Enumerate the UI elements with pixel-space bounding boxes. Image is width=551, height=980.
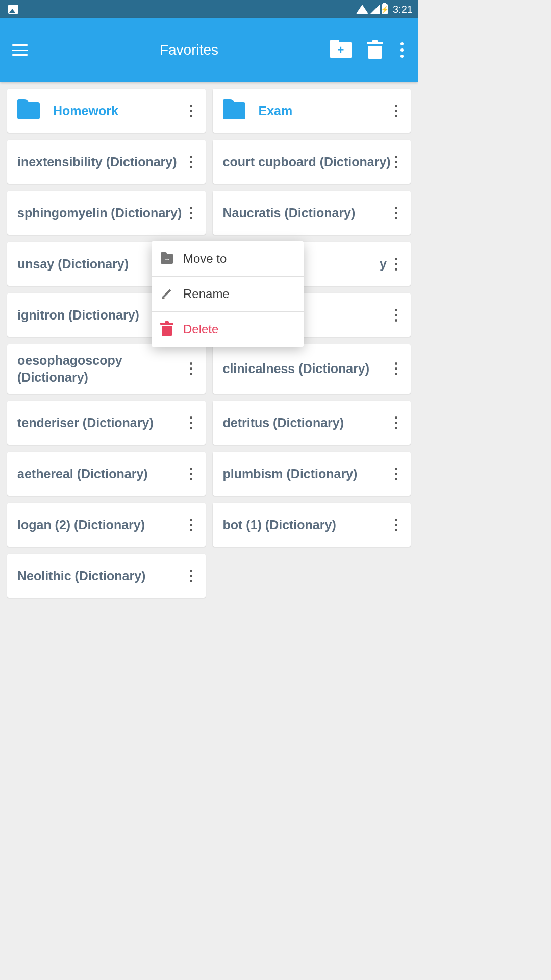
popup-delete[interactable]: Delete xyxy=(152,312,304,347)
item-title: Naucratis (Dictionary) xyxy=(223,205,392,222)
card-menu-icon[interactable] xyxy=(187,153,195,172)
card-menu-icon[interactable] xyxy=(187,102,195,120)
picture-icon xyxy=(8,5,18,14)
item-title: sphingomyelin (Dictionary) xyxy=(17,205,187,222)
trash-red-icon xyxy=(161,323,173,335)
item-title: court cupboard (Dictionary) xyxy=(223,154,392,170)
list-item[interactable]: bot (1) (Dictionary) xyxy=(213,503,411,547)
status-bar: ⚡ 3:21 xyxy=(0,0,418,18)
item-title: tenderiser (Dictionary) xyxy=(17,414,187,431)
context-popup: Move to Rename Delete xyxy=(152,241,304,347)
item-title: inextensibility (Dictionary) xyxy=(17,154,187,170)
list-item[interactable]: aethereal (Dictionary) xyxy=(7,452,206,496)
battery-charging-icon: ⚡ xyxy=(382,4,388,14)
card-menu-icon[interactable] xyxy=(187,567,195,585)
popup-rename[interactable]: Rename xyxy=(152,277,304,312)
status-right: ⚡ 3:21 xyxy=(356,4,413,15)
app-bar-actions xyxy=(330,40,406,60)
list-item[interactable]: oesophagoscopy (Dictionary) xyxy=(7,344,206,394)
item-title: logan (2) (Dictionary) xyxy=(17,517,187,533)
card-menu-icon[interactable] xyxy=(187,204,195,223)
card-menu-icon[interactable] xyxy=(392,413,400,432)
folder-title: Homework xyxy=(53,103,187,119)
signal-icon xyxy=(370,5,380,14)
new-folder-icon[interactable] xyxy=(330,42,352,58)
card-menu-icon[interactable] xyxy=(187,464,195,483)
popup-move-label: Move to xyxy=(183,252,227,266)
list-item[interactable]: plumbism (Dictionary) xyxy=(213,452,411,496)
more-icon[interactable] xyxy=(398,40,406,60)
item-title: plumbism (Dictionary) xyxy=(223,465,392,482)
list-item[interactable]: logan (2) (Dictionary) xyxy=(7,503,206,547)
folder-title: Exam xyxy=(259,103,392,119)
item-title: detritus (Dictionary) xyxy=(223,414,392,431)
popup-move-to[interactable]: Move to xyxy=(152,241,304,277)
app-bar: Favorites xyxy=(0,18,418,82)
card-menu-icon[interactable] xyxy=(392,102,400,120)
status-left xyxy=(5,5,356,14)
app-title: Favorites xyxy=(48,42,330,58)
card-menu-icon[interactable] xyxy=(392,359,400,378)
item-title: aethereal (Dictionary) xyxy=(17,465,187,482)
list-item[interactable]: Naucratis (Dictionary) xyxy=(213,191,411,235)
card-menu-icon[interactable] xyxy=(392,516,400,534)
card-menu-icon[interactable] xyxy=(187,516,195,534)
wifi-icon xyxy=(356,5,368,14)
card-menu-icon[interactable] xyxy=(392,306,400,325)
item-title: bot (1) (Dictionary) xyxy=(223,517,392,533)
folder-icon xyxy=(223,102,245,119)
folder-card[interactable]: Exam xyxy=(213,89,411,133)
card-menu-icon[interactable] xyxy=(392,464,400,483)
popup-delete-label: Delete xyxy=(183,322,218,336)
pencil-icon xyxy=(161,288,173,300)
list-item[interactable]: Neolithic (Dictionary) xyxy=(7,554,206,598)
list-item[interactable]: detritus (Dictionary) xyxy=(213,401,411,445)
card-menu-icon[interactable] xyxy=(392,255,400,274)
list-item[interactable]: inextensibility (Dictionary) xyxy=(7,140,206,184)
list-item[interactable]: court cupboard (Dictionary) xyxy=(213,140,411,184)
trash-icon[interactable] xyxy=(368,42,382,58)
card-menu-icon[interactable] xyxy=(187,413,195,432)
item-title: Neolithic (Dictionary) xyxy=(17,568,187,584)
folder-card[interactable]: Homework xyxy=(7,89,206,133)
list-item[interactable]: tenderiser (Dictionary) xyxy=(7,401,206,445)
item-title: oesophagoscopy (Dictionary) xyxy=(17,352,187,385)
list-item[interactable]: sphingomyelin (Dictionary) xyxy=(7,191,206,235)
status-time: 3:21 xyxy=(393,4,413,15)
move-folder-icon xyxy=(161,253,173,265)
item-title: clinicalness (Dictionary) xyxy=(223,360,392,377)
popup-rename-label: Rename xyxy=(183,287,230,301)
menu-icon[interactable] xyxy=(12,44,28,56)
card-menu-icon[interactable] xyxy=(187,359,195,378)
card-menu-icon[interactable] xyxy=(392,204,400,223)
list-item[interactable]: clinicalness (Dictionary) xyxy=(213,344,411,394)
folder-icon xyxy=(17,102,40,119)
card-menu-icon[interactable] xyxy=(392,153,400,172)
